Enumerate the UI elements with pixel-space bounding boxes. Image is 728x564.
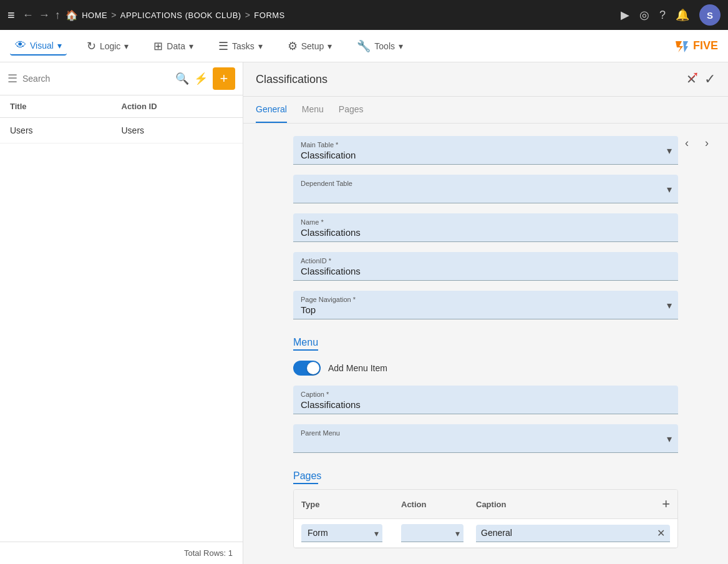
setup-label: Setup bbox=[301, 41, 324, 51]
tasks-dropdown-icon: ▾ bbox=[258, 41, 263, 51]
main-table-container[interactable]: Main Table * Classification ▾ bbox=[293, 136, 678, 165]
title-column-header: Title bbox=[10, 102, 122, 111]
caption-col-header: Caption bbox=[476, 500, 648, 509]
type-cell: Form ▾ bbox=[301, 524, 401, 542]
parent-menu-value bbox=[301, 438, 656, 449]
visual-label: Visual bbox=[30, 41, 54, 51]
tools-icon: 🔧 bbox=[357, 39, 371, 53]
nav-arrows-wrapper: General Menu Pages ‹ › bbox=[243, 97, 728, 124]
dependent-table-container[interactable]: Dependent Table ▾ bbox=[293, 175, 678, 203]
flash-icon[interactable]: ⚡ bbox=[194, 72, 208, 85]
five-logo-icon bbox=[673, 39, 691, 54]
type-select-wrapper: Form ▾ bbox=[301, 524, 382, 542]
toolbar-item-data[interactable]: ⊞ Data ▾ bbox=[148, 37, 198, 56]
pages-heading: Pages bbox=[293, 465, 678, 482]
table-header: Title Action ID bbox=[0, 95, 243, 118]
caption-container[interactable]: Caption * Classifications bbox=[293, 386, 678, 414]
main-table-label: Main Table * bbox=[301, 141, 656, 148]
page-navigation-dropdown-icon: ▾ bbox=[667, 299, 672, 311]
type-select[interactable]: Form bbox=[301, 524, 382, 542]
home-label[interactable]: HOME bbox=[82, 11, 107, 20]
menu-heading-wrapper: Menu bbox=[293, 332, 678, 351]
tools-dropdown-icon: ▾ bbox=[399, 41, 403, 51]
tab-menu[interactable]: Menu bbox=[302, 97, 324, 123]
svg-marker-0 bbox=[676, 41, 683, 52]
parent-menu-container[interactable]: Parent Menu ▾ bbox=[293, 424, 678, 453]
data-dropdown-icon: ▾ bbox=[189, 41, 193, 51]
action-cell: ▾ bbox=[401, 524, 476, 542]
breadcrumb: 🏠 HOME > APPLICATIONS (BOOK CLUB) > FORM… bbox=[66, 9, 616, 21]
action-id-field: ActionID * Classifications bbox=[293, 252, 678, 281]
forward-arrow[interactable]: → bbox=[39, 9, 50, 22]
page-navigation-container[interactable]: Page Navigation * Top ▾ bbox=[293, 291, 678, 319]
left-panel: ☰ 🔍 ⚡ + Title Action ID Users Users Tota… bbox=[0, 62, 243, 564]
panel-title: Classifications bbox=[256, 73, 686, 86]
tab-general[interactable]: General bbox=[256, 97, 287, 123]
setup-dropdown-icon: ▾ bbox=[328, 41, 332, 51]
parent-menu-label: Parent Menu bbox=[301, 429, 656, 437]
data-label: Data bbox=[167, 41, 185, 51]
caption-clear-icon[interactable]: ✕ bbox=[657, 527, 665, 539]
prev-arrow[interactable]: ‹ bbox=[678, 134, 696, 152]
toolbar-item-logic[interactable]: ↻ Logic ▾ bbox=[82, 37, 133, 56]
visual-icon: 👁 bbox=[15, 39, 26, 52]
search-input[interactable] bbox=[22, 74, 170, 84]
caption-label: Caption * bbox=[301, 391, 671, 398]
menu-heading: Menu bbox=[293, 332, 678, 348]
add-page-col-header: + bbox=[648, 496, 670, 512]
action-select[interactable] bbox=[401, 524, 463, 542]
check-button-wrapper: ✓ → bbox=[704, 71, 716, 87]
table-row[interactable]: Users Users bbox=[0, 118, 243, 143]
search-circle-icon[interactable]: ◎ bbox=[639, 8, 649, 22]
check-button[interactable]: ✓ bbox=[704, 71, 716, 87]
name-container[interactable]: Name * Classifications bbox=[293, 213, 678, 242]
action-id-column-header: Action ID bbox=[122, 102, 233, 111]
pages-table-header: Type Action Caption + bbox=[294, 490, 677, 519]
action-col-header: Action bbox=[401, 500, 476, 509]
play-icon[interactable]: ▶ bbox=[621, 8, 629, 22]
search-icon[interactable]: 🔍 bbox=[175, 72, 189, 85]
notification-icon[interactable]: 🔔 bbox=[676, 8, 689, 22]
tab-pages[interactable]: Pages bbox=[339, 97, 364, 123]
add-menu-item-toggle[interactable] bbox=[293, 361, 321, 376]
avatar[interactable]: S bbox=[699, 4, 721, 26]
toolbar-item-tools[interactable]: 🔧 Tools ▾ bbox=[352, 37, 408, 56]
close-button[interactable]: ✕ bbox=[686, 72, 697, 87]
tasks-label: Tasks bbox=[232, 41, 255, 51]
right-panel-header: Classifications ✕ ✓ → bbox=[243, 62, 728, 97]
caption-input[interactable] bbox=[481, 528, 657, 538]
menu-icon[interactable]: ≡ bbox=[7, 8, 15, 22]
app-label[interactable]: APPLICATIONS (BOOK CLUB) bbox=[120, 11, 241, 20]
total-rows-footer: Total Rows: 1 bbox=[0, 542, 243, 564]
page-navigation-label: Page Navigation * bbox=[301, 296, 656, 303]
action-id-value: Classifications bbox=[301, 266, 671, 276]
search-bar: ☰ 🔍 ⚡ + bbox=[0, 62, 243, 95]
back-arrow[interactable]: ← bbox=[22, 9, 34, 22]
dependent-table-dropdown-icon: ▾ bbox=[667, 183, 672, 195]
toolbar-item-tasks[interactable]: ☰ Tasks ▾ bbox=[213, 37, 268, 56]
tools-label: Tools bbox=[374, 41, 395, 51]
add-page-button[interactable]: + bbox=[662, 496, 670, 512]
up-arrow[interactable]: ↑ bbox=[55, 9, 61, 22]
name-field: Name * Classifications bbox=[293, 213, 678, 242]
logic-icon: ↻ bbox=[87, 39, 96, 53]
main-layout: ☰ 🔍 ⚡ + Title Action ID Users Users Tota… bbox=[0, 62, 728, 564]
caption-value: Classifications bbox=[301, 399, 671, 410]
page-navigation-field: Page Navigation * Top ▾ bbox=[293, 291, 678, 319]
menu-section: Menu Add Menu Item Caption * Classificat… bbox=[243, 332, 728, 465]
visual-dropdown-icon: ▾ bbox=[57, 41, 62, 51]
add-button[interactable]: + bbox=[213, 67, 235, 90]
caption-cell: ✕ bbox=[476, 525, 670, 542]
next-arrow[interactable]: › bbox=[698, 134, 716, 152]
help-icon[interactable]: ? bbox=[659, 9, 666, 22]
action-select-wrapper: ▾ bbox=[401, 524, 463, 542]
total-rows-label: Total Rows: 1 bbox=[184, 548, 233, 558]
dependent-table-value bbox=[301, 188, 656, 199]
parent-menu-field: Parent Menu ▾ bbox=[293, 424, 678, 453]
toolbar-item-setup[interactable]: ⚙ Setup ▾ bbox=[283, 37, 337, 56]
logic-dropdown-icon: ▾ bbox=[124, 41, 129, 51]
name-value: Classifications bbox=[301, 227, 671, 238]
action-id-container[interactable]: ActionID * Classifications bbox=[293, 252, 678, 281]
forms-label[interactable]: FORMS bbox=[254, 11, 284, 20]
toolbar-item-visual[interactable]: 👁 Visual ▾ bbox=[10, 36, 67, 56]
